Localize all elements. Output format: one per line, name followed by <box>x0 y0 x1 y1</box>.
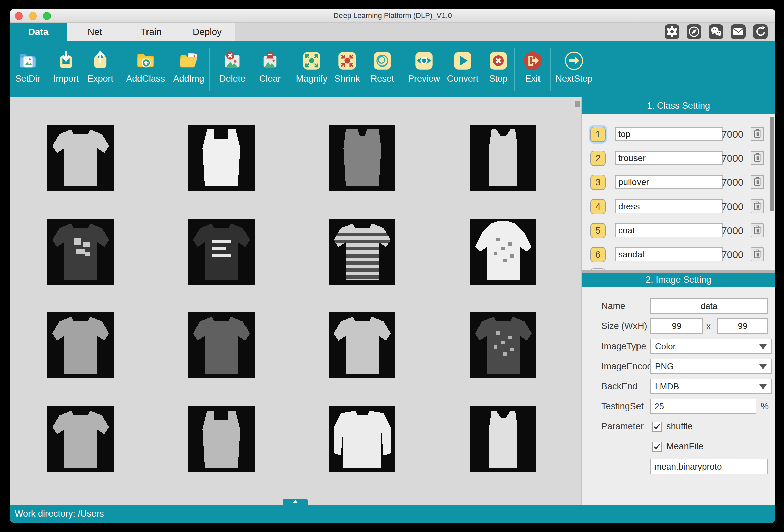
tab-data[interactable]: Data <box>10 23 67 41</box>
class-count: 7000 <box>722 201 744 212</box>
expand-up-handle[interactable] <box>283 499 308 505</box>
tab-strip: DataNetTrainDeploy <box>10 23 775 41</box>
class-index-badge[interactable]: 3 <box>590 175 606 190</box>
size-width-input[interactable] <box>650 319 703 334</box>
exit-icon <box>512 50 554 71</box>
backend-select[interactable]: LMDB <box>650 379 772 394</box>
form-row-name: Name <box>582 296 775 316</box>
class-count: 7000 <box>722 129 744 140</box>
delete-button[interactable]: Delete <box>212 50 253 84</box>
class-index-badge[interactable]: 1 <box>590 127 606 142</box>
folder-plus-icon <box>125 50 166 71</box>
class-list-scrollbar-thumb[interactable] <box>769 117 774 210</box>
gallery-image-long-sleeve[interactable] <box>329 406 395 472</box>
delete-class-button[interactable] <box>751 151 764 165</box>
form-row-shuffle: Parameter shuffle <box>582 416 775 437</box>
class-index-badge[interactable]: 4 <box>590 199 606 214</box>
form-row-testingset: TestingSet % <box>582 396 775 416</box>
class-setting-header: 1. Class Setting <box>582 97 775 114</box>
wechat-icon[interactable] <box>709 24 724 39</box>
toolbar-button-label: Clear <box>249 73 291 84</box>
convert-button[interactable]: Convert <box>442 50 483 84</box>
gallery-image-t-shirt[interactable] <box>48 218 114 285</box>
class-name-input[interactable] <box>615 247 723 261</box>
class-name-input[interactable] <box>615 127 723 141</box>
gallery-image-sleeveless-vest[interactable] <box>329 125 395 191</box>
class-index-badge[interactable]: 5 <box>590 223 606 238</box>
imageencode-select[interactable]: PNG <box>650 359 772 374</box>
class-name-input[interactable] <box>615 175 723 189</box>
gallery-image-t-shirt[interactable] <box>470 312 536 378</box>
shuffle-label: shuffle <box>666 421 693 432</box>
gallery-image-t-shirt[interactable] <box>48 312 114 378</box>
preview-button[interactable]: Preview <box>403 50 445 84</box>
trash-icon <box>753 152 762 164</box>
meanfile-input[interactable] <box>650 459 768 474</box>
imagetype-select[interactable]: Color <box>650 338 772 354</box>
shuffle-checkbox[interactable] <box>652 422 662 432</box>
size-height-input[interactable] <box>717 319 768 334</box>
title-bar: Deep Learning Platform (DLP)_V1.0 <box>10 9 775 23</box>
exit-button[interactable]: Exit <box>512 50 554 84</box>
class-index-badge[interactable]: 6 <box>590 247 606 262</box>
toolbar-separator <box>209 48 210 91</box>
tab-deploy[interactable]: Deploy <box>179 23 235 41</box>
imageencode-value: PNG <box>655 361 674 371</box>
delete-class-button[interactable] <box>751 127 764 141</box>
export-icon <box>80 50 121 71</box>
class-index-badge[interactable]: 2 <box>590 151 606 166</box>
delete-class-button[interactable] <box>751 223 764 237</box>
setdir-button[interactable]: SetDir <box>10 50 49 84</box>
addimg-button[interactable]: AddImg <box>168 50 209 84</box>
screenshot-root: Deep Learning Platform (DLP)_V1.0 DataNe… <box>0 0 784 532</box>
sync-icon[interactable] <box>753 24 767 39</box>
form-row-meanfile-name <box>582 456 775 476</box>
gallery-image-tank-top[interactable] <box>188 406 255 472</box>
reset-button[interactable]: Reset <box>362 50 403 84</box>
chevron-down-icon <box>759 364 766 369</box>
size-separator: x <box>706 321 711 331</box>
nextstep-button[interactable]: NextStep <box>553 50 595 84</box>
photo-clear-icon <box>249 50 291 71</box>
testingset-input[interactable] <box>650 399 756 414</box>
toolbar-separator <box>46 48 47 91</box>
convert-play-icon <box>442 50 483 71</box>
clear-button[interactable]: Clear <box>249 50 291 84</box>
status-bar: Work directory: /Users <box>10 505 775 523</box>
tab-train[interactable]: Train <box>123 23 179 41</box>
toolbar-button-label: NextStep <box>553 73 595 84</box>
gallery-image-t-shirt[interactable] <box>329 218 395 285</box>
addclass-button[interactable]: AddClass <box>125 50 166 84</box>
gallery-image-t-shirt[interactable] <box>188 312 255 378</box>
class-row: 27000 <box>582 151 775 166</box>
titlebar-mini-icons <box>665 24 767 39</box>
testingset-label: TestingSet <box>601 401 644 412</box>
export-button[interactable]: Export <box>80 50 121 84</box>
gallery-image-camisole[interactable] <box>470 406 536 472</box>
gallery-scrollbar-thumb[interactable] <box>575 101 580 107</box>
name-input[interactable] <box>650 298 768 314</box>
class-row: 67000 <box>582 247 775 262</box>
class-name-input[interactable] <box>615 151 723 165</box>
gallery-image-t-shirt[interactable] <box>48 125 114 191</box>
gallery-image-t-shirt[interactable] <box>48 406 114 472</box>
gallery-image-t-shirt[interactable] <box>188 218 255 285</box>
class-name-input[interactable] <box>615 199 723 213</box>
gallery-image-tank-top[interactable] <box>188 125 255 191</box>
gear-icon[interactable] <box>665 24 679 39</box>
delete-class-button[interactable] <box>751 175 764 189</box>
gallery-image-camisole[interactable] <box>470 125 536 191</box>
toolbar-button-label: AddImg <box>168 73 209 84</box>
delete-class-button[interactable] <box>751 247 764 261</box>
gallery-image-t-shirt[interactable] <box>329 312 395 378</box>
trash-icon <box>753 128 762 140</box>
gallery-image-hoodie[interactable] <box>470 218 536 285</box>
tab-net[interactable]: Net <box>67 23 123 41</box>
trash-icon <box>753 176 762 188</box>
mail-icon[interactable] <box>731 24 746 39</box>
delete-class-button[interactable] <box>751 199 764 213</box>
meanfile-checkbox[interactable] <box>652 442 662 452</box>
compass-icon[interactable] <box>687 24 701 39</box>
class-name-input[interactable] <box>615 223 723 237</box>
toolbar-button-label: SetDir <box>10 73 49 84</box>
